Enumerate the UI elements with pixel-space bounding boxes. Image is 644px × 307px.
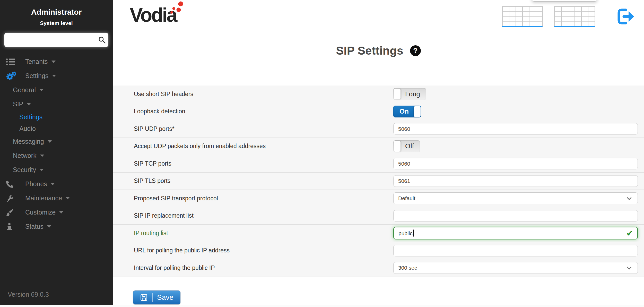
settings-row-sip-udp-ports: SIP UDP ports* xyxy=(113,120,644,138)
app-root: Administrator System level Tenants Setti… xyxy=(0,0,644,307)
chevron-down-icon xyxy=(51,183,55,185)
setting-control xyxy=(393,175,638,187)
ip-routing-list-input[interactable]: public xyxy=(393,227,638,240)
phone-icon xyxy=(6,180,16,188)
interval-for-polling-the-public-ip-select[interactable]: 300 sec xyxy=(393,262,638,274)
sidebar: Administrator System level Tenants Setti… xyxy=(0,0,113,305)
accept-udp-packets-only-from-enabled-addresses-toggle[interactable]: Off xyxy=(393,140,420,152)
sidebar-nav: Tenants SettingsGeneralSIPSettingsAudioM… xyxy=(0,55,113,234)
sip-tls-ports-input[interactable] xyxy=(393,175,638,187)
loopback-detection-toggle[interactable]: On xyxy=(393,106,421,117)
setting-label-accept-udp-packets-only-from-enabled-addresses: Accept UDP packets only from enabled add… xyxy=(134,143,266,150)
setting-control: On xyxy=(393,106,421,117)
settings-row-loopback-detection: Loopback detectionOn xyxy=(113,103,644,121)
settings-row-sip-tls-ports: SIP TLS ports xyxy=(113,173,644,190)
floppy-disk-icon xyxy=(140,294,148,301)
chevron-down-icon xyxy=(627,195,631,200)
setting-label-sip-ip-replacement-list: SIP IP replacement list xyxy=(134,212,194,219)
sidebar-divider xyxy=(0,234,113,234)
toggle-knob xyxy=(394,141,401,152)
sidebar-item-label: Phones xyxy=(25,180,47,188)
toggle-state-label: On xyxy=(399,107,409,115)
logout-icon[interactable] xyxy=(615,7,635,26)
text-cursor xyxy=(413,230,414,237)
sidebar-item-label: Audio xyxy=(19,125,36,132)
sip-tcp-ports-input[interactable] xyxy=(393,158,638,169)
use-short-sip-headers-toggle[interactable]: Long xyxy=(393,88,426,100)
valid-check-icon: ✔ xyxy=(626,228,633,238)
chevron-down-icon xyxy=(40,169,44,171)
sidebar-item-label: Tenants xyxy=(25,58,48,65)
sidebar-item-messaging[interactable]: Messaging xyxy=(0,134,113,149)
setting-label-ip-routing-list: IP routing list xyxy=(134,230,168,237)
toggle-state-label: Off xyxy=(405,142,414,150)
gears-icon xyxy=(6,72,16,80)
setting-control: Default xyxy=(393,192,638,204)
sidebar-item-label: Settings xyxy=(19,113,42,121)
input-value: public xyxy=(398,230,413,236)
search-icon[interactable] xyxy=(98,36,106,44)
grid-view-icon-2[interactable] xyxy=(554,6,595,27)
chevron-down-icon xyxy=(52,75,56,77)
url-for-polling-the-public-ip-address-input[interactable] xyxy=(393,245,638,256)
sidebar-item-label: Customize xyxy=(25,209,56,216)
setting-label-loopback-detection: Loopback detection xyxy=(134,108,185,115)
setting-label-url-for-polling-the-public-ip-address: URL for polling the public IP address xyxy=(134,247,230,254)
vodia-logo: Vodia xyxy=(130,4,176,26)
page-title: SIP Settings? xyxy=(113,44,644,57)
chevron-down-icon xyxy=(39,89,43,91)
sip-udp-ports-input[interactable] xyxy=(393,123,638,135)
sidebar-item-audio[interactable]: Audio xyxy=(0,123,113,134)
sidebar-item-settings[interactable]: Settings xyxy=(0,111,113,123)
admin-level-label: System level xyxy=(0,20,113,26)
sidebar-item-status[interactable]: Status xyxy=(0,219,113,234)
setting-label-sip-tcp-ports: SIP TCP ports xyxy=(134,160,171,167)
sidebar-item-label: Settings xyxy=(25,72,48,80)
sidebar-item-maintenance[interactable]: Maintenance xyxy=(0,191,113,205)
vodia-logo-dots-icon xyxy=(168,1,188,16)
grid-view-icon[interactable] xyxy=(502,6,543,27)
proposed-sip-transport-protocol-select[interactable]: Default xyxy=(393,192,638,204)
sidebar-item-label: SIP xyxy=(13,100,23,108)
main-content: Vodia SIP Settings? Use short SIP header… xyxy=(113,0,644,305)
sidebar-item-label: Maintenance xyxy=(25,194,62,202)
sidebar-item-security[interactable]: Security xyxy=(0,163,113,177)
toggle-knob xyxy=(414,106,421,117)
search-input[interactable] xyxy=(4,33,108,47)
setting-control: Off xyxy=(393,140,420,152)
sidebar-item-settings[interactable]: Settings xyxy=(0,69,113,83)
toggle-knob xyxy=(394,89,401,99)
setting-control: public✔ xyxy=(393,227,638,240)
wrench-icon xyxy=(6,194,16,202)
save-button[interactable]: Save xyxy=(133,291,180,304)
sip-ip-replacement-list-input[interactable] xyxy=(393,210,638,221)
sidebar-item-sip[interactable]: SIP xyxy=(0,97,113,111)
sidebar-item-network[interactable]: Network xyxy=(0,149,113,163)
clipped-popover xyxy=(532,0,597,2)
sidebar-item-tenants[interactable]: Tenants xyxy=(0,55,113,69)
settings-row-interval-for-polling-the-public-ip: Interval for polling the public IP300 se… xyxy=(113,259,644,277)
setting-control xyxy=(393,158,638,169)
chevron-down-icon xyxy=(66,197,70,199)
sidebar-item-customize[interactable]: Customize xyxy=(0,205,113,219)
brush-icon xyxy=(6,209,16,216)
sidebar-item-phones[interactable]: Phones xyxy=(0,177,113,191)
sidebar-item-general[interactable]: General xyxy=(0,83,113,97)
help-icon[interactable]: ? xyxy=(410,45,421,56)
setting-label-interval-for-polling-the-public-ip: Interval for polling the public IP xyxy=(134,265,215,271)
setting-label-sip-tls-ports: SIP TLS ports xyxy=(134,177,170,184)
version-label: Version 69.0.3 xyxy=(8,291,49,298)
setting-control xyxy=(393,210,638,221)
save-button-label: Save xyxy=(157,293,173,302)
sidebar-item-label: Network xyxy=(13,152,37,159)
sidebar-item-label: General xyxy=(13,86,36,94)
chevron-down-icon xyxy=(27,103,31,105)
page-title-text: SIP Settings xyxy=(336,44,403,57)
settings-row-sip-ip-replacement-list: SIP IP replacement list xyxy=(113,207,644,225)
setting-label-use-short-sip-headers: Use short SIP headers xyxy=(134,91,193,98)
chevron-down-icon xyxy=(51,61,56,63)
settings-table: Use short SIP headersLongLoopback detect… xyxy=(113,86,644,277)
settings-row-proposed-sip-transport-protocol: Proposed SIP transport protocolDefault xyxy=(113,190,644,207)
info-icon xyxy=(6,223,16,231)
selected-value: Default xyxy=(398,195,415,201)
